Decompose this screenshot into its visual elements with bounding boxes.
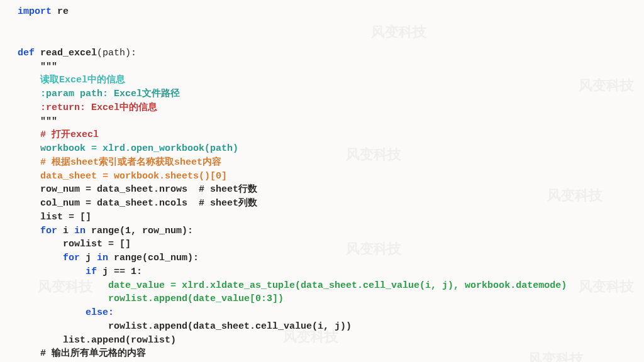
blank-line bbox=[18, 19, 644, 33]
code-line: list = [] bbox=[18, 211, 644, 224]
code-line: date_value = xlrd.xldate_as_tuple(data_s… bbox=[18, 279, 644, 293]
code-line: row_num = data_sheet.nrows # sheet行数 bbox=[18, 183, 644, 197]
code-line: else: bbox=[18, 306, 644, 320]
code-line: rowlist.append(data_sheet.cell_value(i, … bbox=[18, 320, 644, 334]
keyword-in: in bbox=[97, 253, 108, 263]
docstring-line: 读取Excel中的信息 bbox=[18, 74, 644, 87]
code-line: import re bbox=[18, 5, 644, 19]
keyword-if: if bbox=[18, 266, 97, 277]
comment-line: # 根据sheet索引或者名称获取sheet内容 bbox=[18, 156, 644, 170]
code-line: col_num = data_sheet.ncols # sheet列数 bbox=[18, 197, 644, 211]
blank-line bbox=[18, 33, 644, 47]
comment-line: # 打开execl bbox=[18, 128, 644, 142]
code-line: list.append(rowlist) bbox=[18, 334, 644, 348]
keyword-in: in bbox=[74, 226, 86, 236]
code-line: workbook = xlrd.open_workbook(path) bbox=[18, 142, 644, 156]
code-line: data_sheet = workbook.sheets()[0] bbox=[18, 170, 644, 184]
function-name: read_excel bbox=[35, 48, 97, 58]
keyword-for: for bbox=[18, 226, 57, 236]
keyword-def: def bbox=[18, 48, 35, 58]
keyword-for: for bbox=[18, 253, 80, 263]
code-line: def read_excel(path): bbox=[18, 47, 644, 60]
code-line: """ bbox=[18, 115, 644, 129]
code-line: for i in range(1, row_num): bbox=[18, 224, 644, 238]
docstring-line: :return: Excel中的信息 bbox=[18, 101, 644, 115]
keyword-import: import bbox=[18, 6, 52, 17]
keyword-else: else: bbox=[18, 307, 114, 318]
comment-line: # 输出所有单元格的内容 bbox=[18, 347, 644, 361]
code-line: rowlist.append(date_value[0:3]) bbox=[18, 292, 644, 306]
docstring-line: :param path: Excel文件路径 bbox=[18, 87, 644, 101]
code-line: for j in range(col_num): bbox=[18, 251, 644, 265]
code-block: import re def read_excel(path): """ 读取Ex… bbox=[18, 5, 644, 362]
code-line: if j == 1: bbox=[18, 265, 644, 279]
code-line: rowlist = [] bbox=[18, 238, 644, 251]
code-line: """ bbox=[18, 60, 644, 74]
